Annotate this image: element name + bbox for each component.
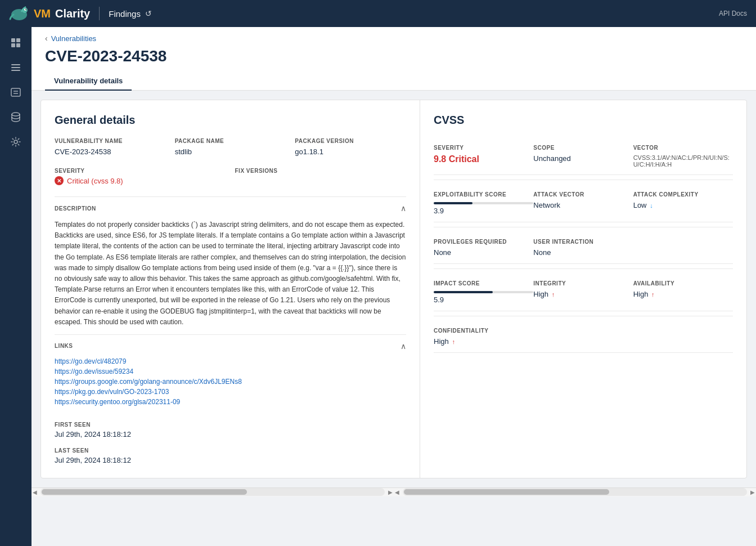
navbar-section: Findings ↺ [109, 9, 152, 19]
cvss-privileges-value: None [434, 248, 533, 257]
cvss-divider-3 [434, 268, 733, 269]
right-scrollbar[interactable] [403, 488, 747, 496]
brand-vm: VM [34, 7, 51, 20]
sidebar-item-settings[interactable] [4, 131, 27, 153]
svg-point-3 [25, 9, 26, 10]
description-text: Templates do not properly consider backt… [55, 220, 406, 328]
vuln-name-label: VULNERABILITY NAME [55, 138, 166, 144]
link-1[interactable]: https://go.dev/issue/59234 [55, 368, 406, 375]
link-0[interactable]: https://go.dev/cl/482079 [55, 357, 406, 365]
cvss-row-4: IMPACT SCORE 5.9 INTEGRITY [434, 274, 733, 311]
svg-rect-8 [11, 64, 20, 65]
links-section: LINKS ∧ https://go.dev/cl/482079 https:/… [55, 334, 406, 413]
navbar: VMClarity Findings ↺ API Docs [0, 0, 756, 27]
severity-label: SEVERITY [55, 168, 226, 174]
right-scroll-left-arrow[interactable]: ◀ [394, 489, 400, 495]
exploitability-bar-fill [434, 202, 472, 204]
cvss-row-2: EXPLOITABILITY SCORE 3.9 ATTACK VECTOR [434, 185, 733, 222]
sidebar-item-findings[interactable] [4, 81, 27, 104]
critical-icon: ✕ [55, 176, 64, 185]
cvss-exploitability: EXPLOITABILITY SCORE 3.9 [434, 185, 533, 222]
svg-rect-5 [16, 38, 20, 42]
right-scroll-section: ◀ ▶ [394, 487, 756, 497]
cvss-scope-label: SCOPE [533, 145, 633, 151]
cvss-availability-value: High ↑ [633, 290, 733, 298]
cvss-vector-value: CVSS:3.1/AV:N/AC:L/PR:N/UI:N/S:U/C:H/I:H… [633, 154, 733, 168]
left-panel: General details VULNERABILITY NAME CVE-2… [41, 100, 420, 478]
details-grid: VULNERABILITY NAME CVE-2023-24538 PACKAG… [55, 138, 406, 156]
cvss-attack-complexity-value: Low ↓ [633, 201, 733, 209]
breadcrumb-label: Vulnerabilities [51, 34, 96, 43]
package-name-value: stdlib [175, 147, 192, 156]
right-scrollbar-thumb [404, 489, 609, 495]
main-layout: ‹ Vulnerabilities CVE-2023-24538 Vulnera… [0, 27, 756, 546]
cvss-divider-1 [434, 180, 733, 180]
cvss-row-5: CONFIDENTIALITY High ↑ [434, 321, 733, 353]
cvss-empty-1 [633, 232, 733, 264]
package-version-label: PACKAGE VERSION [295, 138, 406, 144]
svg-point-14 [12, 113, 20, 116]
sidebar-item-dashboard[interactable] [4, 32, 27, 54]
fix-versions-field: FIX VERSIONS [235, 168, 407, 185]
left-scrollbar[interactable] [40, 488, 385, 496]
sidebar-item-list[interactable] [4, 56, 27, 79]
card-body: General details VULNERABILITY NAME CVE-2… [41, 100, 746, 478]
availability-arrow: ↑ [651, 291, 655, 298]
severity-field: SEVERITY ✕ Critical (cvss 9.8) [55, 168, 226, 185]
cvss-attack-complexity: ATTACK COMPLEXITY Low ↓ [633, 185, 733, 222]
description-header[interactable]: DESCRIPTION ∧ [55, 204, 406, 213]
content-area: ‹ Vulnerabilities CVE-2023-24538 Vulnera… [32, 27, 756, 546]
scroll-row: ◀ ▶ ◀ ▶ [32, 487, 756, 496]
attack-complexity-arrow: ↓ [650, 202, 653, 209]
svg-rect-10 [11, 70, 20, 71]
cvss-attack-vector: ATTACK VECTOR Network [533, 185, 633, 222]
confidentiality-arrow: ↑ [452, 338, 455, 345]
cvss-row-3: PROVILEGES REQUIRED None USER INTERACTIO… [434, 232, 733, 264]
breadcrumb-arrow: ‹ [45, 34, 48, 43]
cvss-empty-2 [533, 321, 633, 353]
links-list: https://go.dev/cl/482079 https://go.dev/… [55, 357, 406, 406]
links-label: LINKS [55, 343, 73, 349]
sidebar-item-registry[interactable] [4, 106, 27, 128]
impact-bar-fill [434, 291, 493, 293]
refresh-icon[interactable]: ↺ [145, 9, 152, 18]
checklist-icon [10, 87, 21, 98]
links-header[interactable]: LINKS ∧ [55, 342, 406, 351]
package-version-field: PACKAGE VERSION go1.18.1 [295, 138, 406, 156]
right-scroll-right-arrow[interactable]: ▶ [749, 489, 756, 495]
svg-rect-6 [11, 43, 15, 47]
svg-point-15 [14, 140, 17, 144]
cvss-vector-label: VECTOR [633, 145, 733, 151]
left-scrollbar-thumb [42, 489, 247, 495]
impact-value: 5.9 [434, 296, 533, 304]
link-3[interactable]: https://pkg.go.dev/vuln/GO-2023-1703 [55, 388, 406, 396]
left-scroll-section: ◀ ▶ [32, 487, 394, 497]
api-docs-link[interactable]: API Docs [719, 10, 747, 17]
brand-clarity: Clarity [55, 7, 90, 20]
severity-badge: ✕ Critical (cvss 9.8) [55, 176, 226, 185]
left-scroll-left-arrow[interactable]: ◀ [32, 489, 38, 495]
right-panel: CVSS SEVERITY 9.8 Critical SCOPE Unchang… [420, 100, 746, 478]
cvss-row-1: SEVERITY 9.8 Critical SCOPE Unchanged VE… [434, 138, 733, 175]
description-label: DESCRIPTION [55, 205, 96, 212]
left-scroll-right-arrow[interactable]: ▶ [387, 489, 394, 495]
page-header: ‹ Vulnerabilities CVE-2023-24538 Vulnera… [32, 27, 756, 91]
general-details-title: General details [55, 114, 406, 127]
grid-icon [10, 37, 21, 48]
cvss-confidentiality-value: High ↑ [434, 337, 533, 346]
exploitability-bar-container: 3.9 [434, 202, 533, 215]
tab-vulnerability-details[interactable]: Vulnerability details [45, 72, 132, 91]
link-2[interactable]: https://groups.google.com/g/golang-annou… [55, 378, 406, 386]
cvss-scope-value: Unchanged [533, 154, 633, 163]
breadcrumb[interactable]: ‹ Vulnerabilities [45, 34, 742, 43]
links-chevron: ∧ [400, 342, 406, 351]
cameleon-icon [9, 3, 29, 24]
cvss-exploitability-label: EXPLOITABILITY SCORE [434, 191, 533, 198]
sidebar [0, 27, 32, 546]
navbar-divider [99, 7, 100, 20]
link-4[interactable]: https://security.gentoo.org/glsa/202311-… [55, 398, 406, 406]
integrity-arrow: ↑ [552, 291, 555, 298]
first-seen-label: FIRST SEEN [55, 422, 406, 428]
page-title: CVE-2023-24538 [45, 47, 742, 65]
cvss-confidentiality: CONFIDENTIALITY High ↑ [434, 321, 533, 353]
